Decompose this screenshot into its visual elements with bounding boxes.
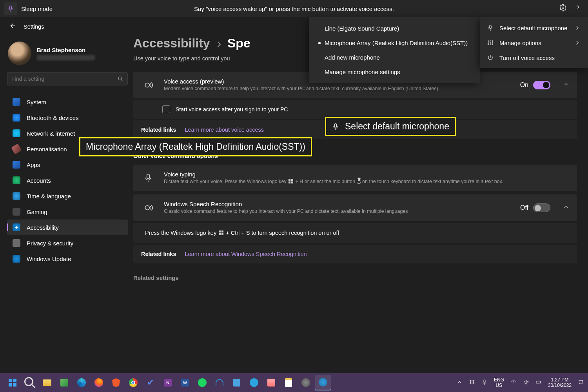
voice-access-mic-button[interactable]: [4, 2, 17, 15]
start-after-signin-row[interactable]: Start voice access after you sign in to …: [133, 100, 577, 119]
spotify-icon: [198, 378, 207, 387]
taskbar-todo[interactable]: ✔: [143, 375, 158, 390]
taskbar-chrome[interactable]: [125, 375, 141, 390]
label: Microphone Array (Realtek High Definitio…: [325, 40, 468, 46]
search-input[interactable]: [11, 76, 117, 82]
sidebar-item-accounts[interactable]: Accounts: [7, 172, 128, 188]
voice-access-settings-panel: Select default microphone Manage options…: [480, 17, 588, 68]
expand-button[interactable]: [563, 81, 569, 89]
tray-overflow-button[interactable]: [456, 379, 463, 387]
taskbar-file-explorer[interactable]: [39, 375, 55, 390]
learn-more-wsr-link[interactable]: Learn more about Windows Speech Recognit…: [185, 251, 307, 257]
back-arrow-icon: [8, 22, 16, 30]
windows-key-icon: [219, 230, 223, 235]
label: Related links: [141, 251, 176, 257]
help-icon: [574, 4, 582, 12]
tray-language[interactable]: ENGUS: [494, 377, 504, 388]
tray-battery[interactable]: [535, 379, 542, 387]
wsr-card[interactable]: Windows Speech Recognition Classic voice…: [133, 194, 577, 221]
tray-volume[interactable]: [523, 379, 529, 387]
wsr-toggle[interactable]: [533, 203, 550, 212]
taskbar-telegram[interactable]: [246, 375, 262, 390]
mic-icon: [143, 173, 153, 183]
mic-add-new[interactable]: Add new microphone: [309, 50, 480, 65]
user-profile[interactable]: Brad Stephenson: [7, 36, 128, 72]
app-icon: [233, 379, 240, 387]
card-desc: Dictate text with your voice. Press the …: [164, 178, 569, 185]
search-icon: [22, 375, 38, 390]
tray-notifications[interactable]: [578, 379, 584, 387]
voice-access-status: Sleep mode: [21, 5, 53, 12]
settings-title: Settings: [24, 24, 44, 30]
tray-clock[interactable]: 1:27 PM30/10/2022: [548, 377, 572, 388]
mic-icon: [481, 379, 488, 385]
annotation-callout-select-mic: Select default microphone: [325, 117, 456, 136]
chevron-up-icon: [563, 81, 569, 87]
power-icon: [487, 54, 494, 61]
sidebar-item-privacy[interactable]: Privacy & security: [7, 235, 128, 251]
taskbar-accessibility-app[interactable]: [315, 375, 331, 390]
voice-access-toggle[interactable]: [533, 81, 550, 89]
label: Turn off voice access: [499, 54, 555, 61]
chevron-up-icon: [456, 379, 463, 385]
voice-icon: [143, 80, 153, 90]
word-icon: W: [181, 379, 189, 387]
sidebar-item-time-language[interactable]: Time & language: [7, 188, 128, 204]
voice-typing-card[interactable]: Voice typing Dictate text with your voic…: [133, 165, 577, 191]
windows-logo-icon: [9, 379, 16, 387]
checkbox[interactable]: [162, 105, 170, 113]
label: Line (Elgato Sound Capture): [325, 25, 399, 32]
start-button[interactable]: [5, 375, 20, 390]
selected-dot: [318, 42, 321, 44]
learn-more-voice-access-link[interactable]: Learn more about voice access: [185, 127, 264, 133]
taskbar-app-3[interactable]: [229, 375, 245, 390]
voice-access-help-button[interactable]: [574, 4, 582, 13]
telegram-icon: [250, 378, 258, 387]
taskbar-word[interactable]: W: [177, 375, 193, 390]
mic-option-1[interactable]: Microphone Array (Realtek High Definitio…: [309, 36, 480, 50]
va-select-default-mic[interactable]: Select default microphone: [480, 20, 588, 35]
taskbar-notepad[interactable]: [281, 375, 296, 390]
tray-wifi[interactable]: [510, 379, 517, 387]
mic-manage-settings[interactable]: Manage microphone settings: [309, 65, 480, 79]
voice-access-settings-button[interactable]: [559, 4, 567, 13]
va-manage-options[interactable]: Manage options: [480, 35, 588, 50]
va-turn-off[interactable]: Turn off voice access: [480, 50, 588, 65]
svg-rect-14: [536, 381, 541, 383]
tray-dropbox-icon[interactable]: [469, 379, 475, 387]
app-icon: [267, 379, 275, 387]
search-box[interactable]: [7, 72, 128, 85]
taskbar-settings[interactable]: [298, 375, 314, 390]
sidebar-item-windows-update[interactable]: Windows Update: [7, 251, 128, 267]
notepad-icon: [285, 378, 292, 387]
svg-rect-7: [335, 124, 337, 127]
volume-mute-icon: [523, 379, 529, 385]
sidebar-item-accessibility[interactable]: Accessibility: [7, 220, 128, 235]
avatar: [8, 42, 31, 65]
expand-button[interactable]: [563, 204, 569, 212]
sidebar-item-system[interactable]: System: [7, 94, 128, 110]
onenote-icon: N: [164, 379, 172, 387]
card-title: Voice typing: [164, 171, 569, 178]
breadcrumb-root[interactable]: Accessibility: [133, 36, 210, 51]
bluetooth-icon: [13, 114, 20, 122]
taskbar-app-2[interactable]: [212, 375, 227, 390]
sidebar-item-apps[interactable]: Apps: [7, 157, 128, 172]
sidebar-item-bluetooth[interactable]: Bluetooth & devices: [7, 110, 128, 125]
taskbar-brave[interactable]: [108, 375, 124, 390]
taskbar-spotify[interactable]: [194, 375, 210, 390]
taskbar-onenote[interactable]: N: [160, 375, 176, 390]
taskbar-edge[interactable]: [74, 375, 89, 390]
back-button[interactable]: [8, 22, 16, 32]
taskbar-firefox[interactable]: [91, 375, 107, 390]
mic-icon: [487, 24, 494, 31]
annotation-callout-mic-array: Microphone Array (Realtek High Definitio…: [79, 137, 312, 156]
taskbar-search[interactable]: [22, 375, 38, 390]
sidebar-item-gaming[interactable]: Gaming: [7, 204, 128, 220]
mic-option-0[interactable]: Line (Elgato Sound Capture): [309, 21, 480, 36]
svg-rect-5: [147, 174, 150, 179]
tray-mic-icon[interactable]: [481, 379, 488, 387]
taskbar-app-1[interactable]: [56, 375, 72, 390]
taskbar-app-4[interactable]: [263, 375, 279, 390]
mic-icon: [357, 178, 361, 184]
